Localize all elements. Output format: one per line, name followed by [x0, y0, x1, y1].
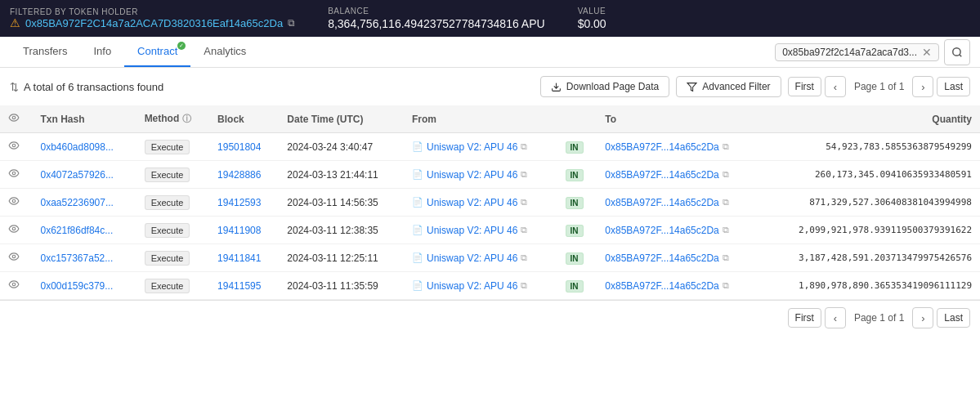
filter-address-text: 0x85BA972F2C14a7a2ACA7D3820316Eaf14a65c2…: [25, 17, 283, 29]
row-eye-cell: [0, 161, 33, 189]
to-copy-icon[interactable]: ⧉: [723, 141, 729, 152]
balance-label: BALANCE: [328, 7, 544, 16]
row-to: 0x85BA972F...14a65c2Da ⧉: [597, 272, 759, 300]
txn-hash-link[interactable]: 0xc157367a52...: [41, 252, 114, 264]
next-page-btn-bottom[interactable]: ›: [912, 307, 933, 328]
row-from: 📄 Uniswap V2: APU 46 ⧉: [404, 244, 557, 272]
to-copy-icon[interactable]: ⧉: [723, 252, 729, 263]
download-label: Download Page Data: [566, 81, 659, 92]
svg-line-1: [960, 54, 962, 56]
row-eye-icon[interactable]: [8, 140, 20, 151]
to-copy-icon[interactable]: ⧉: [723, 225, 729, 235]
block-link[interactable]: 19411595: [217, 280, 261, 292]
row-datetime: 2024-03-11 11:35:59: [279, 272, 404, 300]
from-copy-icon[interactable]: ⧉: [521, 169, 527, 180]
to-copy-icon[interactable]: ⧉: [723, 169, 729, 180]
txn-hash-link[interactable]: 0x00d159c379...: [41, 280, 114, 292]
table-row: 0x00d159c379... Execute 19411595 2024-03…: [0, 272, 980, 300]
from-file-icon: 📄: [412, 225, 423, 235]
direction-badge: IN: [566, 225, 584, 237]
block-link[interactable]: 19411908: [217, 225, 261, 236]
from-copy-icon[interactable]: ⧉: [521, 280, 527, 291]
to-link[interactable]: 0x85BA972F...14a65c2Da: [605, 280, 718, 292]
to-link[interactable]: 0x85BA972F...14a65c2Da: [605, 141, 718, 153]
row-from: 📄 Uniswap V2: APU 46 ⧉: [404, 133, 557, 161]
from-copy-icon[interactable]: ⧉: [521, 197, 527, 208]
first-page-btn-bottom[interactable]: First: [788, 308, 821, 328]
filter-label: Advanced Filter: [702, 81, 770, 92]
row-direction: IN: [557, 272, 597, 300]
svg-point-6: [12, 172, 16, 175]
row-from: 📄 Uniswap V2: APU 46 ⧉: [404, 189, 557, 217]
row-direction: IN: [557, 133, 597, 161]
to-link[interactable]: 0x85BA972F...14a65c2Da: [605, 225, 718, 236]
last-page-btn-top[interactable]: Last: [937, 77, 970, 96]
tab-info[interactable]: Info: [80, 37, 124, 67]
to-copy-icon[interactable]: ⧉: [723, 280, 729, 291]
to-link[interactable]: 0x85BA972F...14a65c2Da: [605, 197, 718, 208]
from-file-icon: 📄: [412, 252, 423, 263]
tab-contract[interactable]: Contract ✓: [124, 37, 190, 67]
row-from: 📄 Uniswap V2: APU 46 ⧉: [404, 272, 557, 300]
method-badge: Execute: [145, 223, 190, 238]
tab-bar: Transfers Info Contract ✓ Analytics 0x85…: [0, 37, 980, 68]
prev-page-btn-top[interactable]: ‹: [825, 76, 846, 97]
col-eye: [0, 105, 33, 133]
txn-hash-link[interactable]: 0x621f86df84c...: [41, 225, 114, 236]
row-method: Execute: [136, 189, 209, 217]
row-direction: IN: [557, 217, 597, 244]
row-datetime: 2024-03-24 3:40:47: [279, 133, 404, 161]
copy-address-icon[interactable]: ⧉: [288, 17, 295, 29]
row-quantity: 260,173,345.09410635933480591: [760, 161, 981, 189]
from-link[interactable]: Uniswap V2: APU 46: [427, 280, 517, 292]
from-file-icon: 📄: [412, 197, 423, 208]
to-link[interactable]: 0x85BA972F...14a65c2Da: [605, 169, 718, 181]
to-link[interactable]: 0x85BA972F...14a65c2Da: [605, 252, 718, 264]
from-copy-icon[interactable]: ⧉: [521, 252, 527, 263]
direction-badge: IN: [566, 252, 584, 265]
search-bar-right: 0x85ba972f2c14a7a2aca7d3... ✕: [775, 39, 970, 65]
block-link[interactable]: 19411841: [217, 252, 261, 264]
last-page-btn-bottom[interactable]: Last: [937, 308, 970, 328]
pagination-bottom: First ‹ Page 1 of 1 › Last: [0, 300, 980, 335]
row-hash: 0xc157367a52...: [33, 244, 136, 272]
block-link[interactable]: 19428886: [217, 169, 261, 181]
filter-button[interactable]: Advanced Filter: [676, 76, 781, 97]
row-eye-icon[interactable]: [8, 223, 20, 235]
value-section: VALUE $0.00: [578, 7, 606, 30]
from-link[interactable]: Uniswap V2: APU 46: [427, 252, 517, 264]
row-hash: 0x621f86df84c...: [33, 217, 136, 244]
from-copy-icon[interactable]: ⧉: [521, 141, 527, 152]
tab-transfers[interactable]: Transfers: [10, 37, 80, 67]
prev-page-btn-bottom[interactable]: ‹: [825, 307, 846, 328]
chip-address-text: 0x85ba972f2c14a7a2aca7d3...: [782, 47, 917, 58]
row-eye-icon[interactable]: [8, 195, 20, 207]
from-link[interactable]: Uniswap V2: APU 46: [427, 197, 517, 208]
txn-hash-link[interactable]: 0xb460ad8098...: [41, 141, 114, 153]
row-eye-icon[interactable]: [8, 168, 20, 179]
search-button[interactable]: [944, 39, 970, 65]
from-link[interactable]: Uniswap V2: APU 46: [427, 225, 517, 236]
to-copy-icon[interactable]: ⧉: [723, 197, 729, 208]
block-link[interactable]: 19501804: [217, 141, 261, 153]
block-link[interactable]: 19412593: [217, 197, 261, 208]
method-info-icon[interactable]: ⓘ: [182, 114, 191, 123]
row-eye-icon[interactable]: [8, 251, 20, 262]
download-button[interactable]: Download Page Data: [540, 76, 669, 97]
balance-section: BALANCE 8,364,756,116.494237527784734816…: [328, 7, 544, 30]
tab-analytics[interactable]: Analytics: [190, 37, 259, 67]
next-page-btn-top[interactable]: ›: [912, 76, 933, 97]
row-eye-icon[interactable]: [8, 279, 20, 290]
from-link[interactable]: Uniswap V2: APU 46: [427, 169, 517, 181]
from-link[interactable]: Uniswap V2: APU 46: [427, 141, 517, 153]
row-quantity: 54,923,783.5855363879549299: [760, 133, 981, 161]
warning-icon: ⚠: [10, 16, 20, 29]
txn-hash-link[interactable]: 0x4072a57926...: [41, 169, 114, 181]
txn-hash-link[interactable]: 0xaa52236907...: [41, 197, 114, 208]
row-block: 19501804: [209, 133, 279, 161]
chip-close-icon[interactable]: ✕: [922, 47, 932, 58]
row-quantity: 871,329,527.306408381043994998: [760, 189, 981, 217]
first-page-btn-top[interactable]: First: [788, 77, 821, 96]
from-copy-icon[interactable]: ⧉: [521, 225, 527, 235]
table-row: 0xb460ad8098... Execute 19501804 2024-03…: [0, 133, 980, 161]
